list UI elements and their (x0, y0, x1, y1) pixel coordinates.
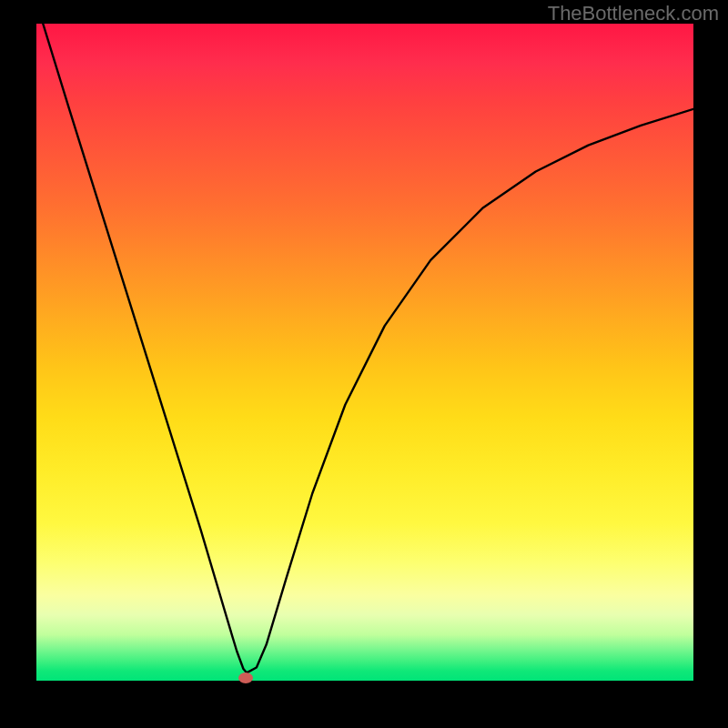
plot-area (36, 24, 693, 681)
bottleneck-curve-path (43, 24, 693, 672)
curve-svg (36, 24, 693, 681)
chart-container: TheBottleneck.com (0, 0, 728, 728)
minimum-marker (238, 672, 253, 683)
watermark-text: TheBottleneck.com (548, 2, 719, 25)
